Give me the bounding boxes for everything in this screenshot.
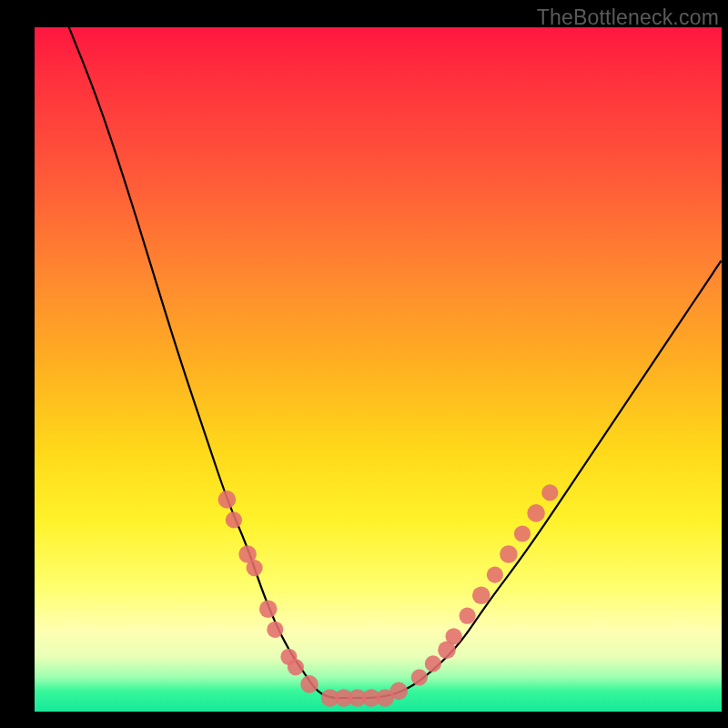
- curve-marker: [259, 600, 278, 618]
- curve-marker: [500, 545, 518, 563]
- curve-marker: [472, 586, 490, 604]
- curve-marker: [527, 504, 545, 522]
- bottleneck-curve: [69, 27, 722, 698]
- curve-marker: [267, 622, 283, 638]
- curve-marker: [389, 682, 408, 701]
- watermark-text: TheBottleneck.com: [537, 5, 719, 30]
- curve-marker: [288, 659, 304, 675]
- curve-marker: [247, 560, 263, 576]
- curve-marker: [487, 567, 503, 583]
- plot-area: [35, 27, 722, 712]
- curve-marker: [514, 525, 531, 541]
- curve-marker: [300, 675, 318, 693]
- curve-marker: [446, 628, 462, 644]
- chart-frame: TheBottleneck.com: [0, 0, 728, 728]
- chart-svg: [35, 27, 722, 712]
- curve-marker: [411, 669, 428, 685]
- curve-marker: [218, 490, 237, 509]
- curve-marker: [425, 655, 441, 672]
- curve-marker: [226, 511, 242, 528]
- curve-marker: [460, 608, 476, 624]
- curve-marker: [541, 484, 558, 500]
